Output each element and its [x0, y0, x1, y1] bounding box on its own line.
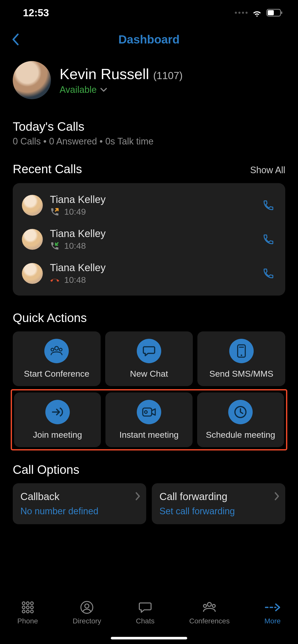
- start-conference-tile[interactable]: Start Conference: [13, 331, 101, 386]
- svg-point-14: [30, 602, 33, 605]
- svg-point-16: [26, 606, 29, 609]
- keypad-icon: [20, 600, 36, 614]
- call-options-section: Call Options Callback No number defined …: [0, 463, 298, 524]
- svg-point-15: [22, 606, 25, 609]
- quick-actions-title: Quick Actions: [13, 311, 285, 325]
- presence-status: Available: [60, 84, 97, 95]
- sms-icon: [229, 339, 254, 363]
- tab-chats[interactable]: Chats: [136, 600, 155, 625]
- video-icon: [137, 400, 161, 424]
- more-icon: [264, 600, 281, 614]
- cellular-dots-icon: [235, 12, 248, 14]
- tile-label: Send SMS/MMS: [209, 369, 273, 379]
- recent-call-row[interactable]: Tiana Kelley 10:49: [20, 188, 278, 222]
- recent-call-row[interactable]: Tiana Kelley 10:48: [20, 222, 278, 256]
- contact-name: Tiana Kelley: [50, 194, 254, 205]
- tab-phone[interactable]: Phone: [17, 600, 38, 625]
- svg-point-12: [22, 602, 25, 605]
- todays-calls-subtitle: 0 Calls • 0 Answered • 0s Talk time: [13, 136, 285, 147]
- battery-icon: [266, 9, 283, 17]
- call-button[interactable]: [261, 266, 276, 281]
- tab-label: Chats: [136, 617, 155, 625]
- tile-subtitle: Set call forwarding: [159, 506, 278, 517]
- svg-point-19: [26, 610, 29, 613]
- tab-directory[interactable]: Directory: [73, 600, 101, 625]
- tile-label: Join meeting: [33, 430, 82, 440]
- clock-icon: [228, 400, 253, 424]
- contact-avatar: [22, 263, 43, 284]
- conference-icon: [201, 600, 218, 614]
- svg-point-20: [30, 610, 33, 613]
- svg-point-5: [59, 348, 62, 351]
- tile-label: Start Conference: [24, 369, 89, 379]
- status-bar: 12:53: [0, 0, 298, 25]
- avatar[interactable]: [13, 61, 51, 99]
- tab-label: Conferences: [189, 617, 230, 625]
- profile-block: Kevin Russell (1107) Available: [0, 53, 298, 104]
- tab-label: More: [264, 617, 281, 625]
- svg-rect-2: [281, 11, 282, 14]
- call-button[interactable]: [261, 232, 276, 247]
- profile-extension: (1107): [153, 70, 183, 81]
- new-chat-tile[interactable]: New Chat: [105, 331, 193, 386]
- join-meeting-tile[interactable]: Join meeting: [14, 392, 101, 447]
- contact-avatar: [22, 195, 43, 216]
- send-sms-tile[interactable]: Send SMS/MMS: [197, 331, 285, 386]
- tab-conferences[interactable]: Conferences: [189, 600, 230, 625]
- tile-label: New Chat: [130, 369, 168, 379]
- missed-call-icon: [50, 275, 60, 285]
- svg-point-24: [204, 604, 207, 607]
- status-right: [235, 9, 283, 17]
- recent-calls-title: Recent Calls: [13, 162, 82, 176]
- tab-more[interactable]: More: [264, 600, 281, 625]
- contact-avatar: [22, 229, 43, 250]
- call-time: 10:49: [64, 207, 86, 217]
- svg-point-13: [26, 602, 29, 605]
- call-time: 10:48: [64, 241, 86, 251]
- tile-subtitle: No number defined: [20, 506, 139, 517]
- join-icon: [45, 400, 70, 424]
- phone-icon: [263, 233, 274, 245]
- tab-label: Phone: [17, 617, 38, 625]
- recent-call-row[interactable]: Tiana Kelley 10:48: [20, 256, 278, 290]
- tile-label: Instant meeting: [119, 430, 179, 440]
- wifi-icon: [252, 9, 262, 17]
- phone-icon: [263, 268, 274, 279]
- recent-calls-section: Recent Calls Show All Tiana Kelley 10:49: [0, 162, 298, 296]
- meeting-actions-highlight: Join meeting Instant meeting Schedule me…: [11, 389, 287, 450]
- call-forwarding-tile[interactable]: Call forwarding Set call forwarding: [152, 483, 285, 524]
- outgoing-call-icon: [50, 207, 60, 217]
- call-time: 10:48: [64, 275, 86, 285]
- status-time: 12:53: [23, 7, 49, 19]
- call-options-title: Call Options: [13, 463, 285, 477]
- svg-point-17: [30, 606, 33, 609]
- chevron-right-icon: [135, 492, 140, 502]
- chat-icon: [137, 600, 153, 614]
- instant-meeting-tile[interactable]: Instant meeting: [105, 392, 192, 447]
- profile-name: Kevin Russell: [60, 65, 149, 82]
- todays-calls-title: Today's Calls: [13, 120, 285, 134]
- tile-title: Call forwarding: [159, 491, 278, 502]
- svg-point-23: [208, 603, 211, 606]
- todays-calls-section: Today's Calls 0 Calls • 0 Answered • 0s …: [0, 120, 298, 147]
- call-button[interactable]: [261, 198, 276, 213]
- page-title: Dashboard: [0, 33, 298, 46]
- contact-icon: [79, 600, 95, 614]
- presence-selector[interactable]: Available: [60, 84, 183, 95]
- svg-point-8: [241, 355, 242, 356]
- chevron-right-icon: [274, 492, 279, 502]
- svg-point-4: [51, 348, 54, 351]
- home-indicator[interactable]: [111, 637, 187, 639]
- svg-point-18: [22, 610, 25, 613]
- recent-calls-card: Tiana Kelley 10:49 Tiana Kelley: [13, 183, 285, 296]
- schedule-meeting-tile[interactable]: Schedule meeting: [197, 392, 284, 447]
- tile-title: Callback: [20, 491, 139, 502]
- svg-point-3: [55, 346, 58, 350]
- quick-actions-section: Quick Actions Start Conference New Chat …: [0, 311, 298, 450]
- svg-rect-1: [268, 10, 274, 15]
- callback-tile[interactable]: Callback No number defined: [13, 483, 146, 524]
- svg-point-22: [85, 604, 89, 608]
- chat-icon: [137, 339, 161, 363]
- svg-point-10: [144, 411, 147, 414]
- show-all-link[interactable]: Show All: [250, 165, 285, 175]
